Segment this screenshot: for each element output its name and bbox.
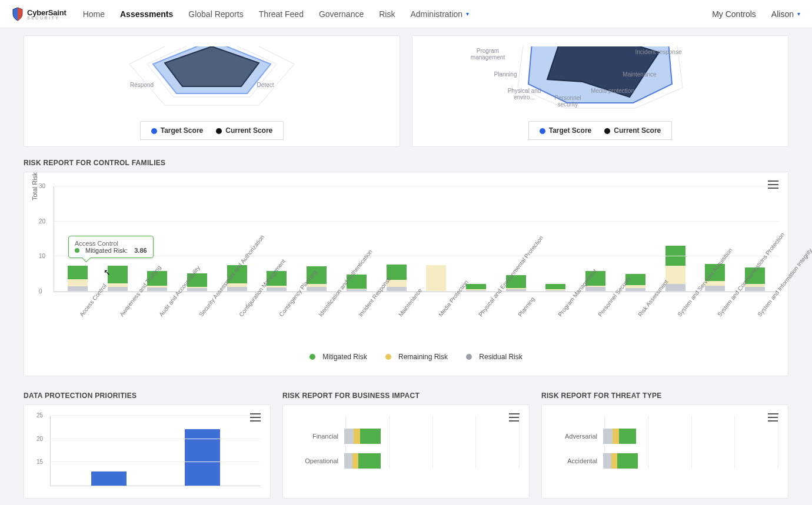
hbar-label: Financial (292, 433, 338, 440)
hbar-label: Operational (292, 457, 338, 464)
x-tick: System and Services Acquisition (676, 298, 694, 318)
x-tick: Incident Response (357, 298, 375, 318)
x-tick: Risk Assessment (637, 298, 654, 318)
hbar-row: Financial (292, 429, 520, 444)
nav-item-governance[interactable]: Governance (319, 9, 364, 19)
bar-segment (68, 266, 88, 279)
radar-axis-label: Physical and enviro... (501, 88, 548, 101)
hbar-segment (358, 453, 381, 469)
legend-current: Current Score (225, 126, 272, 135)
chevron-down-icon: ▾ (466, 11, 469, 17)
hbar-segment (352, 453, 358, 469)
data-protection-card: 152025 (24, 404, 271, 499)
legend-remaining: Remaining Risk (398, 353, 448, 361)
hbar-segment (354, 429, 360, 444)
brand-logo[interactable]: CyberSaint SECURITY (12, 7, 66, 21)
x-tick: Configuration Management (238, 298, 255, 318)
y-tick: 15 (36, 459, 43, 465)
radar-axis-label: Personnel security (544, 95, 591, 108)
business-impact-card: FinancialOperational (282, 404, 530, 499)
nav-right-my-controls[interactable]: My Controls (712, 9, 756, 19)
nav-item-threat-feed[interactable]: Threat Feed (259, 9, 304, 19)
hbar-segment (344, 453, 352, 469)
bar-awareness-and-training[interactable] (108, 266, 128, 292)
radar-axis-label: Planning (482, 71, 529, 78)
y-axis-label: Total Risk (31, 172, 38, 200)
y-tick: 0 (39, 288, 42, 295)
x-tick: Security Assessment and Authorization (198, 298, 215, 318)
hbar-row: Accidental (551, 453, 778, 469)
nav-item-assessments[interactable]: Assessments (120, 9, 173, 19)
page-content: Respond Detect Target Score Current Scor… (6, 0, 806, 505)
legend-current: Current Score (614, 126, 661, 135)
x-tick: Planning (517, 298, 534, 318)
nav-item-global-reports[interactable]: Global Reports (188, 9, 243, 19)
nav-item-home[interactable]: Home (83, 9, 105, 19)
hbar-segment (617, 453, 638, 469)
data-protection-bar[interactable] (185, 429, 220, 486)
hbar-track[interactable] (344, 429, 520, 444)
hbar-segment (603, 429, 613, 444)
hbar-segment (344, 429, 354, 444)
radar-card-left: Respond Detect Target Score Current Scor… (24, 35, 400, 147)
radar-axis-label: Detect (242, 82, 289, 88)
bar-segment (545, 284, 565, 290)
shield-icon (12, 7, 24, 21)
x-tick: Personnel Security (597, 298, 614, 318)
data-protection-bar[interactable] (91, 471, 127, 486)
y-tick: 10 (39, 253, 45, 259)
y-tick: 30 (39, 183, 45, 189)
bar-system-and-services-acquisition[interactable] (665, 246, 685, 292)
hbar-segment (603, 453, 611, 469)
radar-axis-label: Incident response (635, 49, 682, 55)
bar-segment (426, 265, 446, 292)
x-tick: Media Protection (437, 298, 455, 318)
hbar-track[interactable] (603, 429, 778, 444)
hbar-track[interactable] (603, 453, 778, 469)
radar-legend: Target Score Current Score (528, 121, 673, 140)
hbar-track[interactable] (344, 453, 520, 469)
legend-residual: Residual Risk (479, 353, 522, 361)
hbar-row: Adversarial (551, 429, 778, 444)
hbar-segment (611, 453, 617, 469)
section-title-risk-families: RISK REPORT FOR CONTROL FAMILIES (24, 159, 788, 167)
section-title-threat-type: RISK REPORT FOR THREAT TYPE (541, 392, 788, 400)
nav-item-risk[interactable]: Risk (379, 9, 395, 19)
nav-right: My ControlsAlison▾ (712, 9, 800, 19)
top-navbar: CyberSaint SECURITY HomeAssessmentsGloba… (0, 0, 812, 28)
y-tick: 20 (39, 218, 45, 225)
threat-type-card: AdversarialAccidental (541, 404, 788, 499)
legend-target: Target Score (549, 126, 591, 135)
radar-axis-label: Maintenance (616, 71, 663, 78)
hbar-segment (613, 429, 619, 444)
main-nav: HomeAssessmentsGlobal ReportsThreat Feed… (83, 9, 713, 19)
bar-segment (108, 266, 128, 283)
x-tick: Awareness and Training (118, 298, 136, 318)
x-tick: Maintenance (397, 298, 415, 318)
chart-legend: Mitigated Risk Remaining Risk Residual R… (54, 353, 778, 362)
x-tick: Physical and Environmental Protection (477, 298, 495, 318)
radar-axis-label: Program management (464, 48, 511, 61)
chart-tooltip: Access Control Mitigated Risk: 3.86 (68, 236, 154, 258)
x-tick: Audit and Accountability (158, 298, 175, 318)
x-tick: Identification and Authentication (318, 298, 335, 318)
chevron-down-icon: ▾ (797, 11, 800, 17)
legend-mitigated: Mitigated Risk (322, 353, 367, 361)
hbar-label: Adversarial (551, 433, 597, 440)
bar-segment (466, 284, 486, 290)
x-tick: System and Communications Protection (716, 298, 734, 318)
nav-item-administration[interactable]: Administration▾ (410, 9, 469, 19)
x-tick: Program Management (557, 298, 574, 318)
svg-marker-3 (165, 46, 259, 86)
bar-access-control[interactable] (68, 266, 88, 292)
tooltip-series: Mitigated Risk: (85, 247, 128, 254)
radar-legend: Target Score Current Score (140, 121, 284, 140)
y-tick: 20 (36, 436, 43, 442)
x-tick: Access Control (78, 298, 96, 318)
bar-media-protection[interactable] (426, 265, 446, 292)
nav-right-alison[interactable]: Alison▾ (771, 9, 800, 19)
hbar-segment (360, 429, 381, 444)
hbar-label: Accidental (551, 457, 597, 464)
y-tick: 25 (36, 412, 43, 419)
section-title-data-protection: DATA PROTECTION PRIORITIES (24, 392, 271, 400)
